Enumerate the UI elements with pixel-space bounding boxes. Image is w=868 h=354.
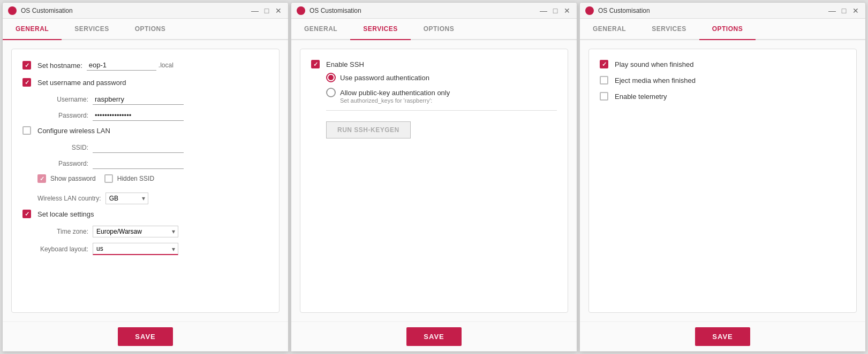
configure-wireless-label: Configure wireless LAN <box>37 127 110 135</box>
tab-services-2[interactable]: SERVICES <box>350 19 410 40</box>
content-box-1: Set hostname: .local Set username and pa… <box>11 49 280 313</box>
window-title-2: OS Customisation <box>310 7 535 14</box>
local-suffix: .local <box>158 61 173 69</box>
hostname-input[interactable] <box>87 60 156 71</box>
enable-ssh-checkbox[interactable] <box>311 60 320 68</box>
eject-media-label: Eject media when finished <box>615 76 696 84</box>
maximize-button-1[interactable]: □ <box>262 6 271 15</box>
timezone-select[interactable]: Europe/Warsaw UTC America/New_York <box>93 226 178 237</box>
country-field-row: Wireless LAN country: GB US DE <box>37 193 268 204</box>
ssid-label: SSID: <box>37 144 88 151</box>
eject-media-checkbox[interactable] <box>600 76 608 84</box>
window-footer-3: SAVE <box>580 321 865 351</box>
window-content-2: Enable SSH Use password authentication A… <box>291 40 577 321</box>
app-icon-2 <box>297 6 305 15</box>
play-sound-label: Play sound when finished <box>615 60 693 68</box>
window-1: OS Customisation — □ ✕ GENERAL SERVICES … <box>2 2 289 352</box>
tab-services-1[interactable]: SERVICES <box>62 19 122 40</box>
password-auth-radio-inner <box>328 75 334 80</box>
save-button-1[interactable]: SAVE <box>118 327 172 346</box>
tab-options-1[interactable]: OPTIONS <box>122 19 179 40</box>
tab-general-3[interactable]: GENERAL <box>580 19 639 40</box>
tab-options-3[interactable]: OPTIONS <box>699 19 756 40</box>
configure-wireless-checkbox[interactable] <box>22 126 31 135</box>
wireless-field-group: SSID: Password: Show password Hidden SSI… <box>37 142 268 204</box>
minimize-button-3[interactable]: — <box>828 6 836 15</box>
tab-services-3[interactable]: SERVICES <box>639 19 699 40</box>
password-auth-radio[interactable] <box>326 73 336 82</box>
title-bar-2: OS Customisation — □ ✕ <box>291 3 577 19</box>
window-title-1: OS Customisation <box>21 7 246 14</box>
ssid-input[interactable] <box>93 142 184 153</box>
minimize-button-2[interactable]: — <box>539 6 548 15</box>
window-3: OS Customisation — □ ✕ GENERAL SERVICES … <box>579 2 866 352</box>
play-sound-checkbox[interactable] <box>600 60 608 68</box>
enable-ssh-label: Enable SSH <box>326 60 364 68</box>
window-content-1: Set hostname: .local Set username and pa… <box>3 40 288 321</box>
window-title-3: OS Customisation <box>598 7 824 14</box>
username-field-row: Username: <box>37 94 268 105</box>
wifi-password-field-row: Password: <box>37 158 268 169</box>
wifi-password-input[interactable] <box>93 158 184 169</box>
show-password-checkbox[interactable] <box>37 174 46 183</box>
tab-general-2[interactable]: GENERAL <box>291 19 350 40</box>
password-auth-row: Use password authentication <box>326 73 557 82</box>
show-password-label: Show password <box>50 175 96 182</box>
timezone-label: Time zone: <box>37 228 88 235</box>
enable-telemetry-checkbox[interactable] <box>600 92 608 101</box>
hidden-ssid-checkbox[interactable] <box>104 174 113 183</box>
pubkey-auth-radio[interactable] <box>326 88 336 97</box>
password-auth-label: Use password authentication <box>340 74 429 82</box>
wifi-password-label: Password: <box>37 160 88 167</box>
hostname-input-group: .local <box>87 60 173 71</box>
country-select[interactable]: GB US DE <box>105 193 148 204</box>
title-bar-3: OS Customisation — □ ✕ <box>580 3 865 19</box>
run-keygen-button[interactable]: RUN SSH-KEYGEN <box>326 121 411 138</box>
tabs-1: GENERAL SERVICES OPTIONS <box>3 19 288 40</box>
window-controls-2: — □ ✕ <box>539 6 571 15</box>
timezone-dropdown-container: Europe/Warsaw UTC America/New_York <box>93 226 178 237</box>
password-field-row: Password: <box>37 110 268 121</box>
username-label: Username: <box>37 96 88 103</box>
window-controls-3: — □ ✕ <box>828 6 860 15</box>
close-button-3[interactable]: ✕ <box>851 6 860 15</box>
window-footer-1: SAVE <box>3 321 288 351</box>
content-box-3: Play sound when finished Eject media whe… <box>588 49 857 313</box>
tab-options-2[interactable]: OPTIONS <box>411 19 467 40</box>
ssid-field-row: SSID: <box>37 142 268 153</box>
tab-general-1[interactable]: GENERAL <box>3 19 62 40</box>
close-button-2[interactable]: ✕ <box>563 6 571 15</box>
app-icon-1 <box>8 6 17 15</box>
pubkey-auth-label: Allow public-key authentication only <box>340 89 450 97</box>
close-button-1[interactable]: ✕ <box>274 6 283 15</box>
set-username-label: Set username and password <box>37 79 126 87</box>
window-controls-1: — □ ✕ <box>251 6 283 15</box>
set-locale-label: Set locale settings <box>37 210 94 218</box>
keyboard-field-row: Keyboard layout: us gb de <box>37 243 268 255</box>
set-locale-row: Set locale settings <box>22 210 268 218</box>
minimize-button-1[interactable]: — <box>251 6 259 15</box>
password-label: Password: <box>37 112 88 119</box>
set-username-checkbox[interactable] <box>22 78 31 87</box>
locale-field-group: Time zone: Europe/Warsaw UTC America/New… <box>37 226 268 255</box>
app-icon-3 <box>585 6 594 15</box>
set-locale-checkbox[interactable] <box>22 210 31 218</box>
pubkey-auth-row: Allow public-key authentication only <box>326 88 557 97</box>
keyboard-dropdown-container: us gb de <box>93 243 178 255</box>
maximize-button-2[interactable]: □ <box>551 6 560 15</box>
ssh-divider <box>326 110 557 111</box>
eject-media-row: Eject media when finished <box>600 76 846 84</box>
keyboard-select[interactable]: us gb de <box>93 243 178 255</box>
set-hostname-row: Set hostname: .local <box>22 60 268 71</box>
maximize-button-3[interactable]: □ <box>840 6 848 15</box>
password-input[interactable] <box>93 110 184 121</box>
username-input[interactable] <box>93 94 184 105</box>
configure-wireless-row: Configure wireless LAN <box>22 126 268 135</box>
ssh-options-section: Use password authentication Allow public… <box>326 73 557 138</box>
keyboard-label: Keyboard layout: <box>37 245 88 253</box>
set-hostname-checkbox[interactable] <box>22 61 31 70</box>
tabs-3: GENERAL SERVICES OPTIONS <box>580 19 865 40</box>
tabs-2: GENERAL SERVICES OPTIONS <box>291 19 577 40</box>
save-button-2[interactable]: SAVE <box>406 327 461 346</box>
save-button-3[interactable]: SAVE <box>695 327 750 346</box>
